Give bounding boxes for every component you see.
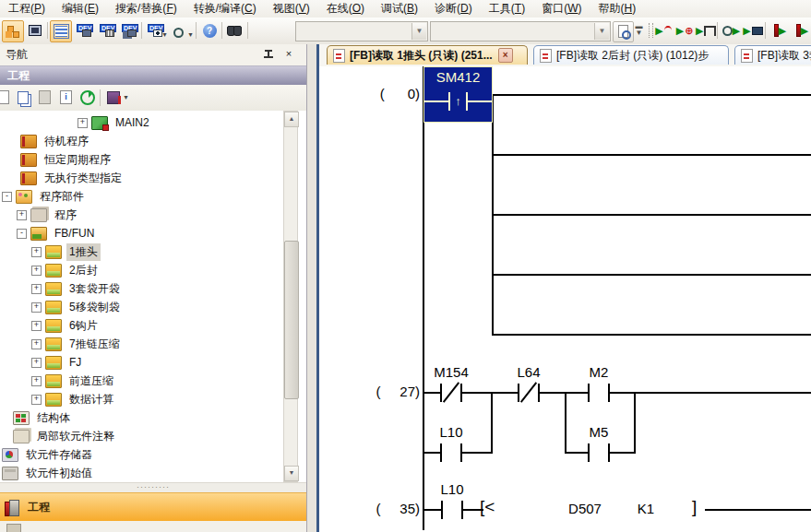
- tab-close-icon[interactable]: ×: [498, 48, 513, 63]
- tree-scrollbar[interactable]: ▲ ▼: [283, 111, 298, 482]
- work-list-icon[interactable]: [50, 20, 72, 42]
- tree-item-front[interactable]: +前道压缩: [0, 372, 306, 390]
- play-screen-icon[interactable]: ▶: [743, 20, 763, 41]
- module-chip-icon[interactable]: [25, 20, 45, 41]
- play-target-icon[interactable]: ▶⊕: [674, 20, 695, 41]
- tab-fb-2[interactable]: [FB]读取 2后封 (只读) (1012)步: [533, 45, 729, 65]
- tree-item-fixed-scan[interactable]: 恒定周期程序: [0, 150, 306, 169]
- device-test-icon[interactable]: ▶: [769, 20, 790, 41]
- expander-icon[interactable]: +: [17, 210, 27, 220]
- ladder-canvas[interactable]: ( 0) SM412 ↑ ( 27) M154 L10: [319, 66, 811, 530]
- scrollbar-thumb[interactable]: [284, 241, 299, 399]
- contact-l10-no[interactable]: [441, 501, 463, 519]
- tree-item-fbfun[interactable]: -FB/FUN: [0, 224, 306, 242]
- paste-icon[interactable]: [35, 88, 54, 107]
- view-selector-next[interactable]: [0, 521, 306, 532]
- menu-bar: 工程(P) 编辑(E) 搜索/替换(F) 转换/编译(C) 视图(V) 在线(O…: [0, 0, 811, 18]
- compare-operand-1[interactable]: D507: [550, 501, 620, 516]
- menu-tools[interactable]: 工具(T): [481, 0, 533, 18]
- contact-m5-no[interactable]: [588, 443, 610, 462]
- tree-item-device-init[interactable]: 软元件初始值: [0, 464, 306, 482]
- expander-icon[interactable]: -: [17, 229, 27, 239]
- device-find-icon[interactable]: DEV: [74, 20, 94, 41]
- tree-item-no-exec[interactable]: 无执行类型指定: [0, 169, 306, 187]
- expander-icon[interactable]: +: [31, 321, 42, 331]
- new-item-icon[interactable]: [0, 88, 13, 107]
- tree-item-fj[interactable]: +FJ: [0, 353, 306, 372]
- navigation-pane-icon[interactable]: [2, 20, 24, 42]
- menu-window[interactable]: 窗口(W): [533, 0, 590, 18]
- view-selector-project[interactable]: 工程: [0, 492, 306, 523]
- copy-icon[interactable]: [13, 88, 32, 107]
- close-icon[interactable]: ×: [282, 47, 295, 60]
- contact-l10-no[interactable]: [440, 443, 462, 462]
- tree-item-2[interactable]: +2后封: [0, 261, 306, 279]
- tab-fb-3[interactable]: [FB]读取 3套袋: [734, 45, 811, 65]
- contact-l64-nc[interactable]: [518, 384, 540, 402]
- device-search-icon[interactable]: ▼: [171, 20, 191, 41]
- menu-debug[interactable]: 调试(B): [373, 0, 426, 18]
- menu-project[interactable]: 工程(P): [0, 0, 54, 18]
- expander-icon[interactable]: +: [31, 376, 42, 386]
- menu-find-replace[interactable]: 搜索/替换(F): [107, 0, 185, 18]
- menu-compile[interactable]: 转换/编译(C): [185, 0, 265, 18]
- watch-combo-2[interactable]: ▼: [430, 21, 611, 41]
- tree-item-7[interactable]: +7推链压缩: [0, 335, 306, 353]
- tree-item-program[interactable]: +程序: [0, 206, 306, 224]
- menu-help[interactable]: 帮助(H): [590, 0, 644, 18]
- refresh-icon[interactable]: [78, 88, 97, 107]
- selected-cell-sm412[interactable]: SM412 ↑: [423, 66, 493, 123]
- expander-icon[interactable]: +: [78, 118, 88, 128]
- chevron-down-icon[interactable]: ▼: [411, 23, 426, 40]
- play-curve-icon[interactable]: ▶: [653, 20, 674, 41]
- tab-fb-1[interactable]: [FB]读取 1推头 (只读) (251... ×: [327, 45, 528, 65]
- expander-icon[interactable]: -: [2, 192, 12, 202]
- device-display-icon[interactable]: DEV▼: [145, 20, 165, 41]
- scroll-up-icon[interactable]: ▲: [284, 112, 299, 127]
- expander-icon[interactable]: +: [31, 395, 42, 405]
- play-pulse-icon[interactable]: ▶: [696, 20, 716, 41]
- tree-item-5[interactable]: +5移袋制袋: [0, 298, 306, 316]
- page-search-icon[interactable]: [613, 21, 634, 42]
- help-icon[interactable]: ?: [199, 20, 220, 41]
- expander-icon[interactable]: +: [31, 284, 42, 294]
- expander-icon[interactable]: +: [31, 339, 42, 349]
- tree-item-pou[interactable]: -程序部件: [0, 187, 306, 206]
- tree-item-struct[interactable]: 结构体: [0, 408, 306, 427]
- contact-m154-nc[interactable]: [440, 384, 462, 402]
- expander-icon[interactable]: +: [31, 358, 42, 368]
- info-doc-icon[interactable]: i: [56, 88, 76, 107]
- expander-icon[interactable]: +: [31, 247, 42, 257]
- device-table-icon[interactable]: DEV: [97, 20, 117, 41]
- binoculars-icon[interactable]: [224, 20, 244, 41]
- device-label: M2: [562, 364, 636, 380]
- expander-icon[interactable]: +: [31, 302, 42, 313]
- contact-m2-no[interactable]: [588, 384, 610, 402]
- compare-open[interactable]: [<: [480, 497, 495, 517]
- watch-combo-1[interactable]: ▼: [295, 21, 428, 41]
- tree-item-1[interactable]: +1推头: [0, 242, 306, 261]
- pin-icon[interactable]: [262, 48, 275, 61]
- ladder-wire: [492, 334, 811, 336]
- menu-view[interactable]: 视图(V): [265, 0, 318, 18]
- tree-item-6[interactable]: +6钩片: [0, 316, 306, 335]
- tree-item-local-comment[interactable]: 局部软元件注释: [0, 427, 306, 445]
- menu-online[interactable]: 在线(O): [318, 0, 373, 18]
- scroll-down-icon[interactable]: ▼: [284, 466, 299, 481]
- compare-operand-2[interactable]: K1: [616, 501, 675, 516]
- expander-icon[interactable]: +: [31, 266, 42, 276]
- device-test2-icon[interactable]: ▶: [792, 20, 811, 41]
- panel-divider[interactable]: [307, 44, 316, 532]
- device-batch-icon[interactable]: DEV: [119, 20, 139, 41]
- tree-item-device-memory[interactable]: 软元件存储器: [0, 445, 306, 464]
- tree-item-main2[interactable]: +MAIN2: [0, 113, 306, 132]
- tree-item-standby[interactable]: 待机程序: [0, 132, 306, 150]
- sort-filter-icon[interactable]: ▼: [104, 88, 132, 107]
- tree-item-3[interactable]: +3套袋开袋: [0, 279, 306, 298]
- magnifier-play-icon[interactable]: ▶: [721, 20, 741, 41]
- tree-item-calc[interactable]: +数据计算: [0, 390, 306, 408]
- toolbar-overflow-icon[interactable]: ▬▼: [633, 23, 645, 38]
- chevron-down-icon[interactable]: ▼: [594, 23, 609, 40]
- menu-edit[interactable]: 编辑(E): [54, 0, 107, 18]
- menu-diagnostics[interactable]: 诊断(D): [426, 0, 481, 18]
